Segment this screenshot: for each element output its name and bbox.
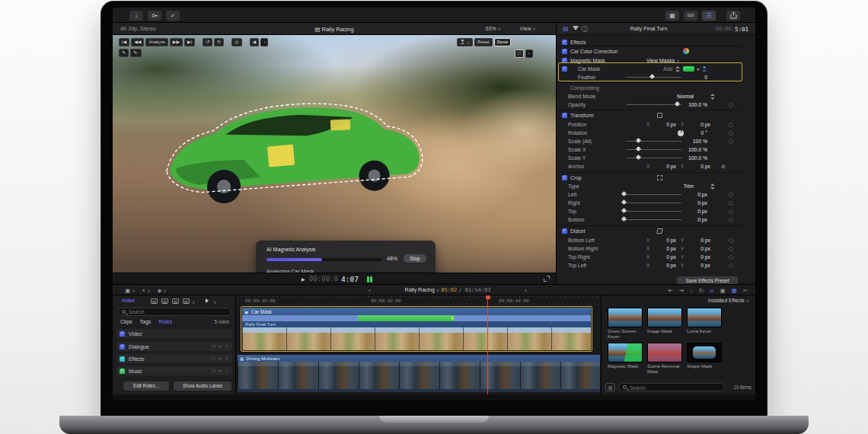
effects-browser-icon[interactable]: ▦ (732, 287, 737, 294)
crop-left-reset-button[interactable] (729, 193, 733, 197)
car-mask-clip[interactable]: ◉ Car Mask (242, 308, 591, 315)
stop-button[interactable]: Stop (404, 254, 426, 263)
index-toggle-button[interactable]: Index (122, 298, 135, 303)
effect-thumb-green-screen-keyer[interactable] (608, 308, 643, 327)
index-search-input[interactable] (129, 308, 220, 315)
bottom-left-reset-button[interactable] (729, 238, 733, 243)
go-start-button[interactable]: |◀ (119, 38, 129, 46)
bottom-right-y-value[interactable]: 0 px (685, 246, 710, 251)
installed-effects-menu[interactable]: Installed Effects ∨ (708, 298, 749, 303)
step-back-button[interactable]: ◀◀ (131, 38, 144, 46)
previous-project-button[interactable]: ‹ (369, 287, 371, 294)
crop-bottom-reset-button[interactable] (729, 218, 733, 222)
video-inspector-icon[interactable]: ▤ (563, 25, 569, 32)
effect-thumb-magnetic-mask[interactable] (608, 343, 643, 362)
loop-icon[interactable]: ↻ (699, 287, 704, 294)
fullscreen-icon[interactable] (544, 276, 550, 282)
trim-end-icon[interactable]: ⇥ (679, 287, 684, 294)
role-wave-icon[interactable]: ≈ (219, 356, 222, 361)
top-right-x-value[interactable]: 0 px (651, 254, 676, 260)
scale-all-value[interactable]: 100 % (662, 139, 707, 144)
mask-overlay-on-button[interactable]: □ (515, 49, 524, 58)
add-stepper-icon[interactable] (675, 66, 680, 72)
bottom-right-reset-button[interactable] (729, 247, 733, 251)
role-row-dialogue[interactable]: Dialogue □≈○ (116, 342, 232, 351)
distort-onscreen-icon[interactable] (656, 228, 663, 234)
role-wave-icon[interactable]: ≈ (219, 343, 222, 349)
anchor-crosshair-icon[interactable]: ⊕ (721, 164, 726, 170)
top-left-x-value[interactable]: 0 px (651, 263, 676, 268)
rotation-reset-button[interactable] (729, 131, 733, 136)
crop-left-value[interactable]: 0 px (662, 192, 707, 197)
transform-onscreen-icon[interactable] (657, 113, 662, 118)
download-button[interactable]: ↓ (129, 11, 143, 21)
position-x-value[interactable]: 0 px (651, 122, 676, 127)
timecode-view-button[interactable]: 000 (684, 11, 697, 21)
rally-car-masked[interactable] (149, 82, 445, 227)
type-value[interactable]: Trim (648, 183, 694, 189)
zoom-menu[interactable]: 63% ∨ (486, 26, 501, 31)
dialogue-role-checkbox[interactable] (120, 344, 125, 349)
role-monitor-icon[interactable]: □ (212, 356, 215, 361)
type-stepper-icon[interactable] (710, 183, 715, 190)
overwrite-icon[interactable]: ▣ (720, 287, 726, 294)
role-focus-icon[interactable]: ○ (225, 356, 228, 361)
role-monitor-icon[interactable]: □ (212, 368, 215, 373)
playhead[interactable] (487, 295, 488, 394)
keywords-button[interactable] (148, 11, 161, 21)
car-mask-checkbox[interactable] (562, 66, 567, 72)
anchor-y-value[interactable]: 0 px (685, 164, 710, 169)
timeline-ruler[interactable]: 00:00:40:00 00:00:42:00 00:00:44:00 (236, 295, 602, 305)
position-y-value[interactable]: 0 px (685, 122, 710, 127)
distort-checkbox[interactable] (562, 228, 567, 234)
index-search-field[interactable] (117, 308, 231, 316)
anchor-x-value[interactable]: 0 px (651, 164, 676, 169)
scale-y-value[interactable]: 100.0 % (662, 155, 707, 161)
crop-bottom-value[interactable]: 0 px (662, 217, 707, 222)
lane-view-icon[interactable] (151, 298, 158, 304)
rotate-ccw-button[interactable]: ↺ (203, 38, 212, 46)
list-view-button[interactable]: ☰ (702, 11, 716, 21)
role-row-music[interactable]: Music □≈○ (116, 366, 232, 375)
connect-icon[interactable]: ∞ (710, 287, 713, 294)
role-row-effects[interactable]: Effects □≈○ (116, 354, 232, 363)
remove-stroke-button[interactable]: ✎- (130, 49, 142, 57)
effect-thumb-image-mask[interactable] (647, 308, 682, 327)
back-button[interactable]: ◀ (250, 38, 260, 46)
tasks-button[interactable]: ✓ (166, 11, 180, 21)
mask-overlay-off-button[interactable]: ▪ (525, 49, 533, 58)
role-wave-icon[interactable]: ≈ (219, 368, 222, 373)
tools-menu[interactable]: + ∨ (142, 287, 151, 294)
effects-search-field[interactable] (618, 383, 725, 391)
go-end-button[interactable]: ▶| (184, 38, 195, 46)
keyframe-dot-green[interactable] (451, 317, 454, 320)
feather-value[interactable]: 0 (662, 75, 707, 80)
trim-start-icon[interactable]: ⇤ (669, 287, 673, 294)
bottom-left-y-value[interactable]: 0 px (685, 238, 710, 243)
role-focus-icon[interactable]: ○ (225, 368, 228, 373)
lane-view-icon[interactable] (183, 298, 190, 304)
clip-appearance-menu[interactable]: ▣ ∨ (125, 287, 136, 294)
timeline[interactable]: 00:00:40:00 00:00:42:00 00:00:44:00 ◉ Ca… (236, 295, 602, 394)
car-color-correction-checkbox[interactable] (562, 49, 567, 54)
crop-checkbox[interactable] (562, 175, 567, 180)
top-right-reset-button[interactable] (729, 255, 733, 260)
role-focus-icon[interactable]: ○ (225, 343, 228, 349)
tab-tags[interactable]: Tags (140, 319, 152, 324)
color-wheel-icon[interactable] (683, 48, 689, 54)
bottom-left-x-value[interactable]: 0 px (651, 238, 676, 243)
car-mask-row[interactable]: Car Mask Add (557, 65, 742, 73)
top-left-y-value[interactable]: 0 px (685, 263, 710, 268)
rotation-value[interactable]: 0 ° (662, 130, 707, 136)
crop-right-reset-button[interactable] (729, 201, 733, 206)
insert-icon[interactable]: ↓ (690, 287, 693, 294)
lane-view-icon[interactable] (161, 298, 168, 304)
rally-clip-filmstrip[interactable] (242, 327, 591, 350)
skimmer-menu[interactable]: ◈ ∨ (157, 287, 166, 294)
rotate-cw-button[interactable]: ↻ (214, 38, 224, 46)
crop-onscreen-icon[interactable] (657, 175, 662, 180)
position-reset-button[interactable] (729, 123, 733, 127)
multicam-clip-bar[interactable]: ▦ Driving Multicam (238, 355, 600, 362)
share-button[interactable] (726, 11, 740, 21)
analyze-button[interactable]: Analyze (145, 38, 168, 46)
